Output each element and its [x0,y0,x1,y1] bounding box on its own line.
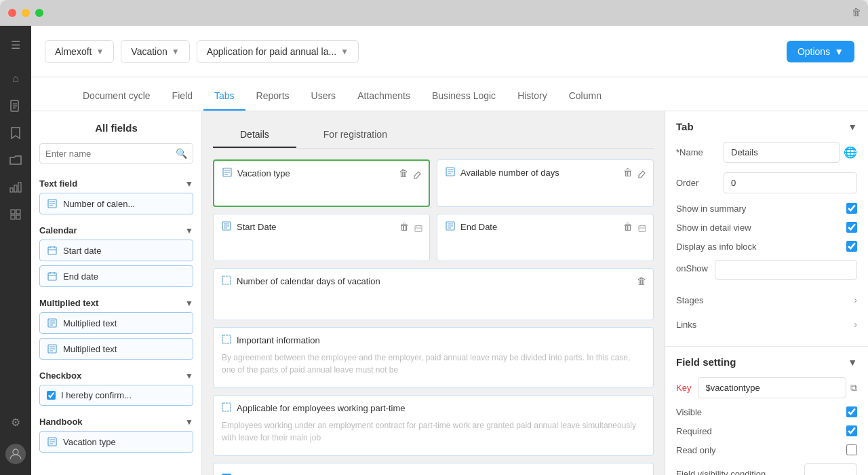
start-date-item-label: Start date [63,246,101,256]
calendar-days-actions: 🗑 [635,274,648,288]
doc-dropdown[interactable]: Application for paid annual la... ▼ [197,40,359,63]
org-dropdown[interactable]: Almexoft ▼ [45,40,114,63]
field-section-text-header[interactable]: Text field ▼ [39,174,193,193]
calendar-days-card[interactable]: Number of calendar days of vacation 🗑 [213,268,654,320]
show-detail-checkbox[interactable] [846,222,857,233]
stages-row[interactable]: Stages › [676,288,857,312]
vacation-type-card[interactable]: Vacation type 🗑 [213,159,430,207]
part-time-header: Applicable for employees working part-ti… [222,402,645,414]
end-date-delete-icon[interactable]: 🗑 [622,220,634,236]
module-dropdown[interactable]: Vacation ▼ [121,40,189,63]
display-info-checkbox[interactable] [846,241,857,252]
sidebar-chart-icon[interactable] [3,175,28,200]
required-checkbox[interactable] [846,425,857,436]
toolbar: Almexoft ▼ Vacation ▼ Application for pa… [31,26,868,77]
list-item[interactable]: Number of calen... [39,193,193,214]
field-section-handbook-header[interactable]: Handbook ▼ [39,413,193,431]
svg-rect-4 [10,188,13,192]
start-date-actions: 🗑 [398,220,424,236]
checkbox-item-input[interactable] [47,391,56,400]
readonly-label: Read only [676,445,716,455]
sub-tab-details[interactable]: Details [213,122,296,148]
available-days-title: Available number of days [460,168,559,178]
maximize-button[interactable] [35,9,43,17]
start-date-card[interactable]: Start Date 🗑 [213,214,430,261]
vacation-type-title: Vacation type [237,168,290,178]
multiplied-text-label: Multiplied text [39,298,98,308]
end-date-card[interactable]: End Date 🗑 [437,214,654,261]
tab-settings-title: Tab [676,121,694,132]
handbook-chevron-icon: ▼ [185,417,193,427]
sidebar-folder-icon[interactable] [3,148,28,172]
search-input[interactable] [45,149,176,159]
onshow-input[interactable] [715,260,857,280]
name-input[interactable] [724,142,840,163]
list-item[interactable]: Vacation type [39,431,193,453]
tab-tabs[interactable]: Tabs [203,82,245,111]
onshow-row: onShow [676,260,857,280]
tab-reports[interactable]: Reports [245,82,300,111]
svg-point-11 [13,449,18,455]
copy-icon[interactable]: ⧉ [850,382,857,394]
tab-attachments[interactable]: Attachments [347,82,421,111]
tab-field[interactable]: Field [161,82,203,111]
tab-column[interactable]: Column [558,82,612,111]
options-label: Options [797,46,830,57]
important-info-text: By agreement between the employee and th… [222,352,645,376]
sidebar-bookmark-icon[interactable] [3,121,28,145]
important-info-card[interactable]: Important information 🗑 By agreement bet… [213,327,654,388]
tab-document-cycle[interactable]: Document cycle [72,82,161,111]
visibility-condition-row: Field visibility condition [676,463,857,475]
checkbox-section-label: Checkbox [39,370,81,381]
calendar-days-delete-icon[interactable]: 🗑 [635,274,648,288]
svg-rect-20 [48,273,56,280]
field-section-calendar-header[interactable]: Calendar ▼ [39,221,193,240]
field-setting-chevron-icon: ▼ [848,357,857,368]
start-date-header: Start Date [222,221,421,233]
visibility-input[interactable] [804,463,857,475]
field-setting-header[interactable]: Field setting ▼ [676,356,857,368]
svg-rect-9 [11,215,15,219]
start-date-delete-icon[interactable]: 🗑 [398,220,410,236]
sidebar-settings-icon[interactable]: ⚙ [3,410,28,434]
available-days-delete-icon[interactable]: 🗑 [622,166,634,182]
sidebar-menu-icon[interactable]: ☰ [3,33,28,57]
list-item[interactable]: Multiplied text [39,312,193,334]
available-days-card[interactable]: Available number of days 🗑 [437,159,654,207]
vacation-type-edit-icon[interactable] [412,169,423,183]
readonly-checkbox[interactable] [846,444,857,455]
visible-checkbox[interactable] [846,406,857,417]
key-input[interactable] [698,377,846,398]
list-item[interactable]: I hereby confirm... [39,385,193,406]
svg-rect-60 [222,276,231,284]
list-item[interactable]: Start date [39,240,193,261]
tab-business-logic[interactable]: Business Logic [421,82,507,111]
sidebar-docs-icon[interactable] [3,94,28,118]
stages-arrow-icon: › [854,294,857,305]
list-item[interactable]: End date [39,265,193,287]
tab-history[interactable]: History [507,82,558,111]
part-time-card[interactable]: Applicable for employees working part-ti… [213,395,654,456]
order-input[interactable] [724,172,857,193]
sidebar-grid-icon[interactable] [3,202,28,227]
sidebar-home-icon[interactable]: ⌂ [3,66,28,91]
tab-settings-header[interactable]: Tab ▼ [676,121,857,132]
links-row[interactable]: Links › [676,312,857,337]
calendar-label: Calendar [39,225,77,235]
field-section-checkbox-header[interactable]: Checkbox ▼ [39,366,193,385]
vacation-type-delete-icon[interactable]: 🗑 [397,166,410,183]
available-days-icon [446,167,455,178]
options-button[interactable]: Options ▼ [787,41,854,62]
close-button[interactable] [8,9,16,17]
tab-users[interactable]: Users [300,82,347,111]
part-time-icon [222,402,231,414]
doc-label: Application for paid annual la... [207,46,336,57]
minimize-button[interactable] [22,9,30,17]
show-summary-checkbox[interactable] [846,203,857,214]
list-item[interactable]: Multiplied text [39,338,193,360]
checkbox-confirm-card: 🗑 I hereby confirm my acquaintance I her… [213,463,654,475]
field-section-multiplied-header[interactable]: Multiplied text ▼ [39,294,193,312]
sub-tab-registration[interactable]: For registration [296,122,414,148]
start-date-calendar-icon [413,223,424,236]
available-days-edit-icon[interactable] [637,168,648,182]
